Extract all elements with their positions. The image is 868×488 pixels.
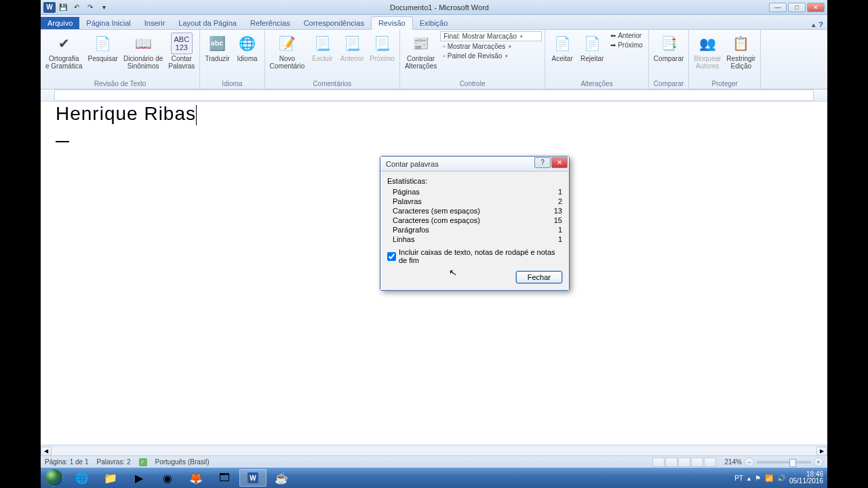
maximize-button[interactable]: □ [788,3,806,12]
next-change-button[interactable]: ➡ Próximo [608,41,646,49]
dialog-close-action-button[interactable]: Fechar [516,271,562,283]
tab-review[interactable]: Revisão [371,16,413,30]
tab-layout[interactable]: Layout da Página [172,17,243,29]
taskbar-explorer-icon[interactable]: 📁 [97,469,124,487]
tray-clock[interactable]: 18:46 05/11/2016 [789,471,823,485]
group-label-comments: Comentários [313,80,351,89]
redo-icon[interactable]: ↷ [84,2,96,13]
accept-button[interactable]: 📄Aceitar [548,31,576,64]
ribbon: ✔Ortografia e Gramática 📄Pesquisar 📖Dici… [41,30,827,89]
compare-button[interactable]: 📑Comparar [652,31,686,64]
tray-lang[interactable]: PT [734,474,743,482]
reject-button[interactable]: 📄Rejeitar [578,31,606,64]
stat-lines: Linhas1 [387,235,562,244]
word-count-button[interactable]: ABC123Contar Palavras [166,31,197,71]
stats-heading: Estatísticas: [387,177,562,185]
zoom-level[interactable]: 214% [724,458,742,466]
qat-dropdown-icon[interactable]: ▾ [98,2,110,13]
stat-words: Palavras2 [387,197,562,206]
tab-insert[interactable]: Inserir [138,17,172,29]
view-buttons[interactable] [652,458,716,467]
new-comment-button[interactable]: 📝Novo Comentário [268,31,307,71]
tray-chevron-icon[interactable]: ▴ [747,474,751,482]
taskbar-media-icon[interactable]: ▶ [125,469,153,487]
include-textboxes-checkbox[interactable] [387,252,396,261]
prev-change-button[interactable]: ⬅ Anterior [608,31,644,40]
undo-icon[interactable]: ↶ [71,2,83,13]
ribbon-tabs: Arquivo Página Inicial Inserir Layout da… [41,15,827,30]
tab-home[interactable]: Página Inicial [79,17,137,29]
include-textboxes-label: Incluir caixas de texto, notas de rodapé… [399,248,562,264]
scroll-left-icon[interactable]: ◀ [41,447,52,456]
display-mode-dropdown[interactable]: Final: Mostrar Marcação▾ [440,31,542,41]
zoom-slider[interactable] [757,461,811,464]
scroll-right-icon[interactable]: ▶ [816,447,827,456]
translate-button[interactable]: 🔤Traduzir [203,31,231,64]
dialog-title: Contar palavras [386,160,439,168]
window-title: Documento1 - Microsoft Word [110,3,769,12]
next-comment-button: 📃Próximo [368,31,397,64]
document-dash [56,141,69,142]
minimize-button[interactable]: — [769,3,787,12]
taskbar-app1-icon[interactable]: 🗔 [211,469,238,487]
status-bar: Página: 1 de 1 Palavras: 2 ✓ Português (… [41,455,827,468]
help-icon[interactable]: ? [818,20,823,29]
tab-file[interactable]: Arquivo [41,17,79,29]
block-authors-button: 👥Bloquear Autores [692,31,723,71]
tray-network-icon[interactable]: 📶 [765,474,773,482]
stat-chars-nospace: Caracteres (sem espaços)13 [387,206,562,216]
group-label-proofing: Revisão de Texto [94,80,146,89]
status-language[interactable]: Português (Brasil) [155,458,210,466]
restrict-editing-button[interactable]: 📋Restringir Edição [724,31,757,71]
zoom-in-button[interactable]: + [814,458,823,467]
status-words[interactable]: Palavras: 2 [97,458,131,466]
taskbar-java-icon[interactable]: ☕ [268,469,295,487]
taskbar-firefox-icon[interactable]: 🦊 [182,469,210,487]
taskbar-ie-icon[interactable]: 🌐 [68,469,96,487]
tray-action-center-icon[interactable]: ⚑ [755,474,761,482]
save-icon[interactable]: 💾 [57,2,69,13]
dialog-titlebar[interactable]: Contar palavras ? ✕ [380,157,569,171]
ribbon-minimize-icon[interactable]: ▴ [812,20,816,29]
start-button[interactable] [41,468,68,488]
tab-view[interactable]: Exibição [413,17,455,29]
word-count-dialog: Contar palavras ? ✕ Estatísticas: Página… [380,156,570,291]
delete-comment-button: 📃Excluir [308,31,336,64]
track-changes-button[interactable]: 📰Controlar Alterações [403,31,439,71]
show-markup-dropdown[interactable]: ▫ Mostrar Marcações▾ [440,42,514,51]
reviewing-pane-dropdown[interactable]: ▫ Painel de Revisão▾ [440,52,511,60]
horizontal-ruler[interactable] [41,89,827,102]
stat-pages: Páginas1 [387,187,562,197]
taskbar-chrome-icon[interactable]: ◉ [154,469,181,487]
document-heading: Henrique Ribas [56,103,197,125]
tab-mailings[interactable]: Correspondências [297,17,371,29]
research-button[interactable]: 📄Pesquisar [85,31,119,64]
group-label-language: Idioma [222,80,242,89]
dialog-help-button[interactable]: ? [534,157,551,168]
stat-paragraphs: Parágrafos1 [387,225,562,235]
spelling-button[interactable]: ✔Ortografia e Gramática [43,31,84,71]
prev-comment-button: 📃Anterior [338,31,366,64]
thesaurus-button[interactable]: 📖Dicionário de Sinônimos [121,31,165,71]
group-label-compare: Comparar [654,80,684,89]
zoom-out-button[interactable]: − [745,458,754,467]
dialog-close-button[interactable]: ✕ [551,157,568,168]
taskbar: 🌐 📁 ▶ ◉ 🦊 🗔 W ☕ PT ▴ ⚑ 📶 🔊 18:46 05/11/2… [41,468,827,488]
group-label-changes: Alterações [580,80,612,89]
status-page[interactable]: Página: 1 de 1 [45,458,89,466]
proof-status-icon[interactable]: ✓ [139,458,147,466]
tab-references[interactable]: Referências [243,17,297,29]
group-label-tracking: Controle [460,80,486,89]
tray-volume-icon[interactable]: 🔊 [777,474,785,482]
stat-chars-space: Caracteres (com espaços)15 [387,216,562,225]
close-button[interactable]: ✕ [807,3,825,12]
taskbar-word-icon[interactable]: W [239,469,267,487]
language-button[interactable]: 🌐Idioma [233,31,262,64]
window-titlebar: W 💾 ↶ ↷ ▾ Documento1 - Microsoft Word — … [41,0,827,15]
word-app-icon: W [43,2,56,13]
group-label-protect: Proteger [712,80,738,89]
